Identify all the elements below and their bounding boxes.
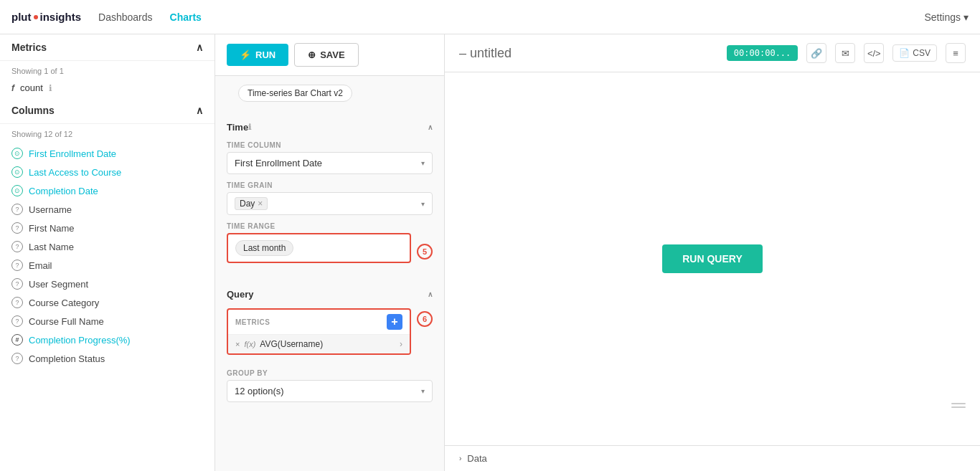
metrics-collapse-icon[interactable]: ∧ xyxy=(196,42,203,53)
time-section-body: TIME COLUMN First Enrollment Date ▾ TIME… xyxy=(215,138,444,283)
mid-panel: ⚡ RUN ⊕ SAVE Time-series Bar Chart v2 Ti… xyxy=(215,34,445,471)
time-column-label: TIME COLUMN xyxy=(227,141,433,149)
metric-expand-icon[interactable]: › xyxy=(400,339,402,349)
columns-collapse-icon[interactable]: ∧ xyxy=(196,105,203,116)
right-header: – untitled 00:00:00... 🔗 ✉ </> 📄 CSV ≡ xyxy=(445,34,980,72)
col-first-name[interactable]: ? First Name xyxy=(0,219,215,237)
time-collapse-icon[interactable]: ∧ xyxy=(428,123,433,131)
run-query-button[interactable]: RUN QUERY xyxy=(662,244,763,273)
unk-icon: ? xyxy=(11,241,23,252)
menu-icon-btn[interactable]: ≡ xyxy=(946,43,966,63)
columns-showing: Showing 12 of 12 xyxy=(0,124,215,141)
save-button[interactable]: ⊕ SAVE xyxy=(294,43,358,67)
mid-scroll: Time-series Bar Chart v2 Time ℹ ∧ TIME C… xyxy=(215,76,444,471)
metric-count-label: count xyxy=(20,82,43,93)
query-section-header: Query ∧ xyxy=(215,283,444,305)
time-grain-inner: Day × xyxy=(235,197,421,210)
mid-toolbar: ⚡ RUN ⊕ SAVE xyxy=(215,34,444,76)
annotation-5: 5 xyxy=(417,244,433,260)
col-completion-status[interactable]: ? Completion Status xyxy=(0,349,215,368)
remove-metric-icon[interactable]: × xyxy=(235,340,240,348)
link-icon-btn[interactable]: 🔗 xyxy=(806,43,826,63)
metric-f-icon: f xyxy=(11,83,14,93)
divider-decoration xyxy=(951,403,966,408)
metrics-showing: Showing 1 of 1 xyxy=(0,61,215,78)
metrics-box-header: METRICS + xyxy=(228,310,410,335)
status-badge: 00:00:00... xyxy=(727,45,798,61)
time-section-header: Time ℹ ∧ xyxy=(215,116,444,138)
col-username[interactable]: ? Username xyxy=(0,200,215,219)
add-metric-button[interactable]: + xyxy=(387,314,402,330)
nav-dashboards[interactable]: Dashboards xyxy=(98,11,153,23)
num-icon: # xyxy=(11,334,23,346)
email-icon-btn[interactable]: ✉ xyxy=(835,43,855,63)
sidebar: Metrics ∧ Showing 1 of 1 f count ℹ Colum… xyxy=(0,34,215,471)
date-icon: ⊙ xyxy=(11,166,23,178)
time-grain-clear-icon[interactable]: × xyxy=(258,199,263,209)
chevron-down-icon: ▾ xyxy=(963,11,969,23)
metrics-section-header: Metrics ∧ xyxy=(0,34,215,61)
col-last-access[interactable]: ⊙ Last Access to Course xyxy=(0,163,215,181)
col-course-full-name[interactable]: ? Course Full Name xyxy=(0,312,215,330)
time-column-select[interactable]: First Enrollment Date ▾ xyxy=(227,152,433,174)
unk-icon: ? xyxy=(11,315,23,327)
nav-charts[interactable]: Charts xyxy=(170,11,202,23)
col-label: Last Name xyxy=(29,242,74,252)
lightning-icon: ⚡ xyxy=(240,49,251,60)
col-completion-progress[interactable]: # Completion Progress(%) xyxy=(0,330,215,349)
metrics-box: METRICS + × f(x) AVG(Username) › xyxy=(227,308,411,355)
chevron-down-icon: ▾ xyxy=(421,387,425,395)
chevron-right-icon: › xyxy=(459,455,461,462)
main-layout: Metrics ∧ Showing 1 of 1 f count ℹ Colum… xyxy=(0,34,980,471)
chart-type-badge[interactable]: Time-series Bar Chart v2 xyxy=(238,85,352,102)
col-label: Last Access to Course xyxy=(29,167,121,178)
time-section-label: Time xyxy=(227,122,248,133)
csv-button[interactable]: 📄 CSV xyxy=(892,44,937,62)
run-button[interactable]: ⚡ RUN xyxy=(227,44,288,66)
unk-icon: ? xyxy=(11,204,23,215)
col-user-segment[interactable]: ? User Segment xyxy=(0,275,215,293)
right-footer[interactable]: › Data xyxy=(445,445,980,471)
group-by-label: GROUP BY xyxy=(227,369,433,377)
fx-icon: f(x) xyxy=(244,340,255,348)
col-label: First Enrollment Date xyxy=(29,148,116,159)
chevron-down-icon: ▾ xyxy=(421,200,425,208)
metrics-field-label: METRICS xyxy=(235,318,270,326)
nav-settings[interactable]: Settings ▾ xyxy=(924,11,969,23)
unk-icon: ? xyxy=(11,297,23,308)
query-section-label: Query xyxy=(227,289,254,300)
time-grain-tag: Day × xyxy=(235,197,268,210)
unk-icon: ? xyxy=(11,222,23,234)
code-icon-btn[interactable]: </> xyxy=(864,43,884,63)
metric-value: AVG(Username) xyxy=(260,339,323,349)
col-first-enrollment-date[interactable]: ⊙ First Enrollment Date xyxy=(0,144,215,163)
col-completion-date[interactable]: ⊙ Completion Date xyxy=(0,181,215,200)
metrics-title: Metrics xyxy=(11,42,47,53)
col-last-name[interactable]: ? Last Name xyxy=(0,237,215,256)
unk-icon: ? xyxy=(11,353,23,364)
unk-icon: ? xyxy=(11,260,23,271)
time-grain-select[interactable]: Day × ▾ xyxy=(227,192,433,215)
metric-tag-row: × f(x) AVG(Username) › xyxy=(228,335,410,353)
col-label: Completion Status xyxy=(29,353,105,364)
email-icon: ✉ xyxy=(842,48,849,59)
time-grain-label: TIME GRAIN xyxy=(227,181,433,189)
chart-title: – untitled xyxy=(459,46,718,61)
query-collapse-icon[interactable]: ∧ xyxy=(428,290,433,298)
col-label: Completion Progress(%) xyxy=(29,335,131,346)
link-icon: 🔗 xyxy=(811,48,822,59)
data-label: Data xyxy=(467,453,486,464)
logo-text: plut xyxy=(11,11,32,23)
query-section-body: METRICS + × f(x) AVG(Username) › xyxy=(215,305,444,415)
time-range-annotation-row: Last month 5 xyxy=(227,233,433,270)
menu-icon: ≡ xyxy=(953,48,958,59)
col-email[interactable]: ? Email xyxy=(0,256,215,275)
metrics-annotation-row: METRICS + × f(x) AVG(Username) › xyxy=(227,308,433,362)
annotation-6: 6 xyxy=(417,311,433,327)
logo: plut insights xyxy=(11,11,81,23)
col-label: Username xyxy=(29,204,72,215)
time-range-pill[interactable]: Last month xyxy=(235,240,293,256)
group-by-select[interactable]: 12 option(s) ▾ xyxy=(227,380,433,402)
col-label: Course Category xyxy=(29,298,99,308)
col-course-category[interactable]: ? Course Category xyxy=(0,293,215,312)
